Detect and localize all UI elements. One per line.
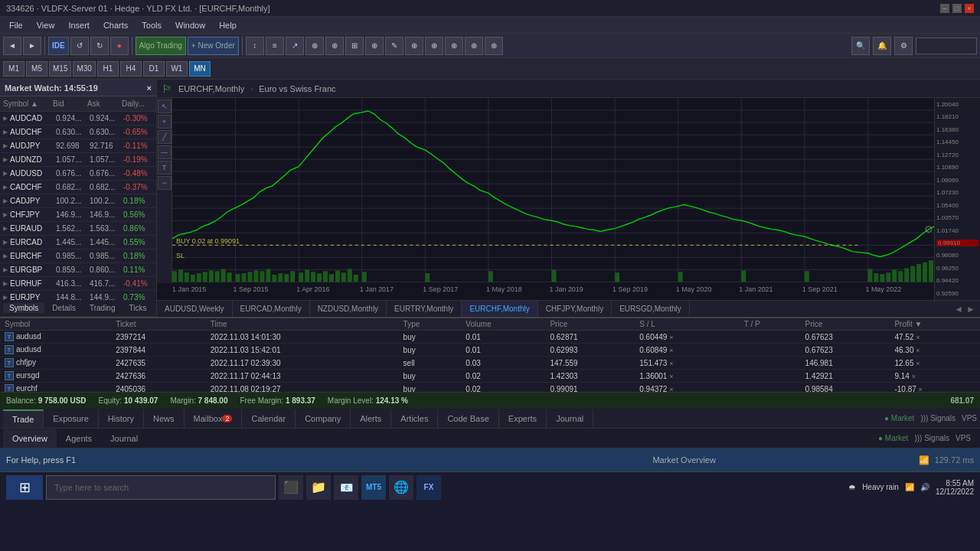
chart-canvas[interactable]: ↖ + ╱ — T ∼ (157, 98, 980, 300)
tab-history[interactable]: History (99, 409, 144, 428)
ov-tab-journal[interactable]: Journal (101, 429, 147, 448)
tool-cursor[interactable]: ↖ (158, 99, 172, 113)
tool-fib[interactable]: ∼ (158, 176, 172, 190)
tf-h4[interactable]: H4 (120, 61, 142, 77)
tb-tools1[interactable]: ⊕ (365, 37, 384, 55)
trade-sl-close[interactable]: × (669, 373, 673, 380)
tb-bars[interactable]: ≡ (266, 37, 284, 55)
trade-close-btn[interactable]: × (916, 334, 920, 341)
tab-codebase[interactable]: Code Base (438, 409, 498, 428)
ov-vps-link[interactable]: VPS (956, 434, 971, 442)
taskbar-mt5-icon[interactable]: MT5 (361, 475, 386, 500)
trade-sl-close[interactable]: × (669, 386, 673, 393)
chart-tab-nzdusd[interactable]: NZDUSD,Monthly (310, 301, 387, 317)
tb-tools5[interactable]: ⊕ (465, 37, 483, 55)
start-button[interactable]: ⊞ (6, 475, 43, 500)
chart-tabs-scroll-left[interactable]: ◄ (954, 304, 963, 315)
tb-refresh1[interactable]: ↺ (70, 37, 89, 55)
trade-sl-close[interactable]: × (669, 334, 673, 341)
table-row[interactable]: Teurchf 2405036 2022.11.08 02:19:27 buy … (0, 383, 980, 393)
tf-d1[interactable]: D1 (143, 61, 165, 77)
menu-window[interactable]: Window (169, 19, 211, 31)
ov-signals-link[interactable]: ))) Signals (914, 434, 949, 442)
tb-tools2[interactable]: ⊕ (405, 37, 423, 55)
tb-plus1[interactable]: ⊕ (305, 37, 324, 55)
ov-tab-overview[interactable]: Overview (3, 429, 57, 448)
mw-tab-ticks[interactable]: Ticks (122, 303, 152, 313)
ov-market-link[interactable]: ● Market (878, 434, 908, 442)
tab-alerts[interactable]: Alerts (351, 409, 391, 428)
tb-forward[interactable]: ► (23, 37, 41, 55)
taskbar-explorer-icon[interactable]: 📁 (306, 475, 331, 500)
tb-plus2[interactable]: ⊕ (325, 37, 344, 55)
tab-company[interactable]: Company (296, 409, 351, 428)
tf-m15[interactable]: M15 (49, 61, 71, 77)
mw-row[interactable]: ▶ CHFJPY 146.9... 146.9... 0.56% (0, 208, 156, 222)
mw-row[interactable]: ▶ EURCAD 1.445... 1.445... 0.55% (0, 236, 156, 249)
mw-row[interactable]: ▶ EURAUD 1.562... 1.563... 0.86% (0, 222, 156, 236)
tool-cross[interactable]: + (158, 115, 172, 129)
table-row[interactable]: Taudusd 2397844 2022.11.03 15:42:01 buy … (0, 344, 980, 357)
menu-help[interactable]: Help (213, 19, 243, 31)
mw-close-btn[interactable]: × (147, 83, 152, 93)
trade-close-btn[interactable]: × (916, 347, 920, 354)
tool-line[interactable]: ╱ (158, 130, 172, 144)
trade-sl-close[interactable]: × (669, 347, 673, 354)
menu-file[interactable]: File (3, 19, 29, 31)
mw-row[interactable]: ▶ EURCHF 0.985... 0.985... 0.18% (0, 249, 156, 263)
tab-trade[interactable]: Trade (3, 409, 44, 428)
taskbar-chrome-icon[interactable]: 🌐 (389, 475, 413, 500)
mw-row[interactable]: ▶ EURJPY 144.8... 144.9... 0.73% (0, 291, 156, 300)
tool-hline[interactable]: — (158, 145, 172, 159)
tb-tools4[interactable]: ⊕ (445, 37, 463, 55)
chart-tab-chfjpy[interactable]: CHFJPY,Monthly (538, 301, 612, 317)
tf-mn[interactable]: MN (189, 61, 211, 77)
chart-tab-eurtry[interactable]: EURTRY,Monthly (387, 301, 462, 317)
tb-zoom-in[interactable]: ↕ (246, 37, 264, 55)
tf-m30[interactable]: M30 (73, 61, 95, 77)
taskbar-mail-icon[interactable]: 📧 (334, 475, 358, 500)
mw-row[interactable]: ▶ EURGBP 0.859... 0.860... 0.11% (0, 263, 156, 277)
menu-charts[interactable]: Charts (97, 19, 134, 31)
tf-m5[interactable]: M5 (26, 61, 47, 77)
mw-tab-details[interactable]: Details (46, 303, 82, 313)
tf-m1[interactable]: M1 (3, 61, 24, 77)
mw-row[interactable]: ▶ AUDNZD 1.057... 1.057... -0.19% (0, 153, 156, 167)
chart-tab-eurchf[interactable]: EURCHF,Monthly (462, 301, 537, 317)
menu-insert[interactable]: Insert (62, 19, 96, 31)
tb-record[interactable]: ● (110, 37, 129, 55)
tab-news[interactable]: News (144, 409, 185, 428)
mw-row[interactable]: ▶ AUDCHF 0.630... 0.630... -0.65% (0, 126, 156, 139)
tb-ide[interactable]: IDE (48, 37, 69, 55)
trade-close-btn[interactable]: × (912, 373, 916, 380)
search-box[interactable]: Type here to search (46, 475, 276, 500)
menu-tools[interactable]: Tools (136, 19, 168, 31)
table-row[interactable]: Taudusd 2397214 2022.11.03 14:01:30 buy … (0, 331, 980, 344)
table-row[interactable]: Tchfjpy 2427635 2022.11.17 02:39:30 sell… (0, 357, 980, 370)
mw-row[interactable]: ▶ AUDJPY 92.698 92.716 -0.11% (0, 139, 156, 153)
vps-link[interactable]: VPS (962, 414, 977, 422)
tab-articles[interactable]: Articles (391, 409, 438, 428)
tb-back[interactable]: ◄ (3, 37, 21, 55)
tool-text[interactable]: T (158, 161, 172, 174)
tb-input[interactable] (916, 37, 977, 54)
tb-grid[interactable]: ⊞ (345, 37, 364, 55)
mw-tab-trading[interactable]: Trading (83, 303, 122, 313)
taskbar-fx-icon[interactable]: FX (416, 475, 441, 500)
tab-mailbox[interactable]: Mailbox 2 (185, 409, 243, 428)
market-link[interactable]: ● Market (884, 414, 914, 422)
minimize-btn[interactable]: – (940, 4, 949, 13)
ov-tab-agents[interactable]: Agents (57, 429, 101, 448)
mw-row[interactable]: ▶ EURHUF 416.3... 416.7... -0.41% (0, 277, 156, 291)
chart-tabs-scroll-right[interactable]: ► (966, 304, 975, 315)
menu-view[interactable]: View (31, 19, 61, 31)
mw-row[interactable]: ▶ AUDCAD 0.924... 0.924... -0.30% (0, 112, 156, 126)
chart-tab-eurcad[interactable]: EURCAD,Monthly (233, 301, 310, 317)
tf-w1[interactable]: W1 (166, 61, 188, 77)
trade-sl-close[interactable]: × (669, 360, 673, 367)
new-order-btn[interactable]: + New Order (188, 37, 239, 55)
tab-calendar[interactable]: Calendar (242, 409, 296, 428)
close-btn[interactable]: × (965, 4, 974, 13)
tab-journal[interactable]: Journal (547, 409, 593, 428)
mw-row[interactable]: ▶ CADJPY 100.2... 100.2... 0.18% (0, 194, 156, 208)
